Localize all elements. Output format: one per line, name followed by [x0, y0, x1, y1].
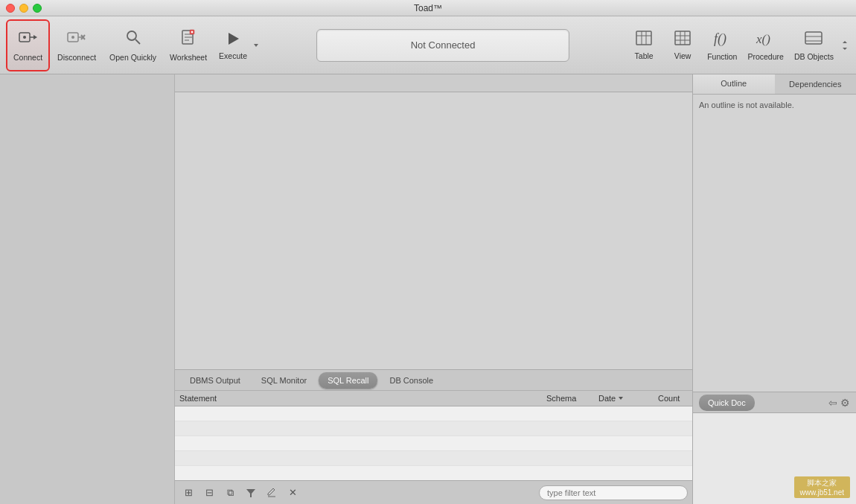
- copy-button[interactable]: ⧉: [221, 485, 239, 501]
- sql-recall-content: Statement Schema Date Count: [175, 391, 692, 504]
- title-bar: Toad™: [0, 0, 856, 16]
- app-title: Toad™: [414, 3, 442, 13]
- svg-text:x(): x(): [756, 32, 770, 46]
- right-panel: Outline Dependencies An outline is not a…: [692, 74, 856, 504]
- svg-point-8: [71, 36, 74, 39]
- procedure-button[interactable]: x() Procedure: [743, 19, 788, 71]
- db-objects-icon: [804, 30, 823, 50]
- left-toolbar-group: Connect Disconnect: [6, 19, 261, 71]
- recall-rows: [175, 406, 692, 480]
- maximize-button[interactable]: [33, 4, 42, 13]
- table-row[interactable]: [175, 436, 692, 451]
- db-objects-button[interactable]: DB Objects: [790, 19, 838, 71]
- col-count: Count: [655, 392, 692, 404]
- center-area: DBMS Output SQL Monitor SQL Recall DB Co…: [175, 74, 692, 504]
- quick-doc-settings-icon[interactable]: ⚙: [840, 397, 850, 409]
- connection-status: Not Connected: [411, 39, 476, 51]
- execute-label: Execute: [219, 51, 247, 60]
- execute-group: Execute: [214, 19, 261, 71]
- minimize-button[interactable]: [19, 4, 28, 13]
- tab-sql-recall[interactable]: SQL Recall: [319, 372, 377, 389]
- editor-content[interactable]: [175, 92, 692, 369]
- svg-marker-35: [843, 48, 847, 50]
- outline-tab-bar: Outline Dependencies: [693, 74, 856, 95]
- quick-doc-panel: Quick Doc ⇦ ⚙: [693, 392, 856, 504]
- svg-text:f(): f(): [714, 31, 726, 46]
- main-toolbar: Connect Disconnect: [0, 16, 856, 74]
- function-label: Function: [707, 52, 737, 61]
- disconnect-icon: [67, 29, 86, 50]
- disconnect-label: Disconnect: [57, 53, 96, 62]
- col-date: Date: [595, 392, 655, 404]
- svg-rect-20: [636, 31, 651, 45]
- quick-doc-button[interactable]: Quick Doc: [699, 395, 755, 411]
- remove-row-button[interactable]: ⊟: [200, 485, 218, 501]
- bottom-tab-bar: DBMS Output SQL Monitor SQL Recall DB Co…: [175, 370, 692, 391]
- worksheet-button[interactable]: Worksheet: [164, 19, 213, 71]
- svg-point-3: [23, 36, 26, 39]
- table-row[interactable]: [175, 451, 692, 466]
- disconnect-button[interactable]: Disconnect: [51, 19, 102, 71]
- tab-db-console[interactable]: DB Console: [380, 372, 442, 389]
- procedure-label: Procedure: [747, 52, 783, 61]
- svg-marker-37: [246, 489, 255, 497]
- svg-point-9: [127, 31, 136, 40]
- connect-icon: [19, 29, 38, 50]
- svg-rect-31: [805, 32, 822, 44]
- tab-outline[interactable]: Outline: [693, 74, 775, 94]
- tab-dbms-output[interactable]: DBMS Output: [181, 372, 249, 389]
- main-layout: DBMS Output SQL Monitor SQL Recall DB Co…: [0, 74, 856, 504]
- view-button[interactable]: View: [664, 19, 701, 71]
- editor-panel: [175, 74, 692, 370]
- db-objects-label: DB Objects: [794, 52, 834, 61]
- outline-empty-message: An outline is not available.: [699, 101, 794, 109]
- edit-button[interactable]: [263, 485, 281, 501]
- delete-button[interactable]: ✕: [284, 485, 301, 501]
- table-row[interactable]: [175, 421, 692, 436]
- left-sidebar: [0, 74, 175, 504]
- quick-doc-icons: ⇦ ⚙: [828, 397, 850, 409]
- open-quickly-button[interactable]: Open Quickly: [103, 19, 162, 71]
- filter-input[interactable]: [539, 485, 688, 500]
- right-toolbar-group: Table View f() Function: [625, 19, 850, 71]
- add-row-button[interactable]: ⊞: [179, 485, 197, 501]
- connection-bar-container: Not Connected: [261, 29, 625, 62]
- table-row[interactable]: [175, 406, 692, 421]
- svg-rect-24: [675, 31, 690, 45]
- execute-dropdown-arrow[interactable]: [252, 19, 261, 71]
- open-quickly-label: Open Quickly: [109, 53, 156, 62]
- view-label: View: [674, 51, 691, 60]
- table-icon: [636, 31, 652, 49]
- toolbar-more-button[interactable]: [840, 19, 850, 71]
- outline-panel: Outline Dependencies An outline is not a…: [693, 74, 856, 392]
- svg-marker-2: [33, 35, 37, 39]
- svg-marker-18: [229, 33, 239, 45]
- close-button[interactable]: [6, 4, 15, 13]
- window-controls[interactable]: [6, 4, 42, 13]
- execute-icon: [225, 31, 241, 48]
- tab-dependencies[interactable]: Dependencies: [775, 74, 857, 94]
- editor-tab-bar: [175, 74, 692, 92]
- connection-bar[interactable]: Not Connected: [316, 29, 569, 62]
- function-button[interactable]: f() Function: [703, 19, 741, 71]
- quick-doc-bar: Quick Doc ⇦ ⚙: [693, 392, 856, 413]
- svg-marker-34: [843, 41, 847, 43]
- search-icon: [125, 29, 141, 50]
- col-schema: Schema: [543, 392, 595, 404]
- quick-doc-content: [693, 413, 856, 504]
- procedure-icon: x(): [756, 30, 776, 50]
- bottom-panel: DBMS Output SQL Monitor SQL Recall DB Co…: [175, 370, 692, 504]
- connect-label: Connect: [13, 53, 42, 62]
- tab-sql-monitor[interactable]: SQL Monitor: [252, 372, 316, 389]
- table-button[interactable]: Table: [625, 19, 662, 71]
- filter-button[interactable]: [242, 485, 260, 501]
- execute-button[interactable]: Execute: [214, 19, 252, 71]
- svg-line-10: [135, 39, 140, 44]
- svg-marker-19: [254, 44, 258, 47]
- outline-content: An outline is not available.: [693, 95, 856, 392]
- connect-button[interactable]: Connect: [6, 19, 50, 71]
- table-row[interactable]: [175, 466, 692, 480]
- recall-table-header: Statement Schema Date Count: [175, 391, 692, 406]
- function-icon: f(): [712, 30, 732, 50]
- quick-doc-pin-icon[interactable]: ⇦: [828, 397, 837, 409]
